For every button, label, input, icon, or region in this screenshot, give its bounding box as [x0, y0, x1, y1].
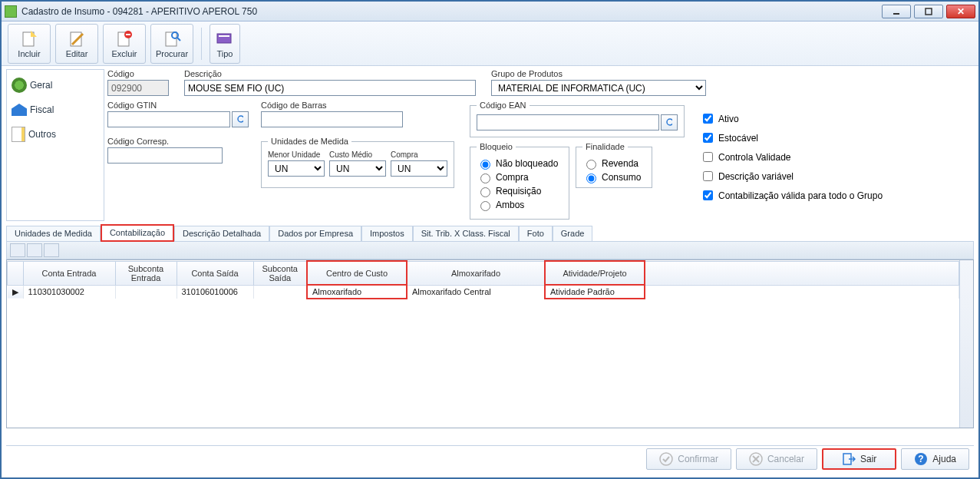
- descricao-input[interactable]: [184, 80, 476, 96]
- bloq-req-label: Requisição: [496, 186, 541, 197]
- grid-tool-2[interactable]: [27, 243, 42, 257]
- bloq-compra-radio[interactable]: [480, 173, 490, 183]
- gtin-input[interactable]: [107, 111, 230, 127]
- cell-conta-entrada[interactable]: 110301030002: [23, 285, 115, 299]
- cell-conta-saida[interactable]: 310106010006: [177, 285, 253, 299]
- contabilizacao-grid: Conta Entrada Subconta Entrada Conta Saí…: [6, 259, 974, 428]
- bloq-req-radio[interactable]: [480, 187, 490, 197]
- gtin-search-button[interactable]: [232, 111, 249, 127]
- tab-foto[interactable]: Foto: [519, 226, 553, 241]
- descvar-checkbox[interactable]: [703, 171, 713, 181]
- contgrupo-checkbox[interactable]: [703, 190, 713, 200]
- grid-tool-1[interactable]: [10, 243, 25, 257]
- grid-tool-3[interactable]: [44, 243, 59, 257]
- corresp-label: Código Corresp.: [107, 137, 223, 146]
- fin-revenda-radio[interactable]: [586, 160, 596, 170]
- col-sub-saida[interactable]: Subconta Saída: [253, 261, 307, 285]
- excluir-button[interactable]: Excluir: [103, 24, 146, 64]
- exit-icon: [842, 452, 856, 466]
- maximize-button[interactable]: [914, 5, 943, 18]
- ean-legend: Código EAN: [477, 101, 530, 110]
- minimize-button[interactable]: [882, 5, 911, 18]
- estocavel-label: Estocável: [718, 133, 758, 144]
- unidades-fieldset: Unidades de Medida Menor Unidade UN Cust…: [261, 137, 454, 188]
- sidebar-geral-label: Geral: [30, 80, 52, 91]
- col-atividade[interactable]: Atividade/Projeto: [545, 261, 645, 285]
- bloq-ambos-radio[interactable]: [480, 201, 490, 211]
- toolbar: Incluir Editar Excluir Procurar Tipo: [2, 21, 978, 66]
- col-centro-custo[interactable]: Centro de Custo: [307, 261, 407, 285]
- category-sidebar: Geral Fiscal Outros: [6, 69, 104, 221]
- sidebar-item-geral[interactable]: Geral: [10, 76, 101, 94]
- grid-toolbar: [6, 241, 974, 259]
- sair-button[interactable]: Sair: [822, 448, 896, 470]
- fin-revenda-label: Revenda: [602, 158, 638, 169]
- corresp-input[interactable]: [107, 147, 223, 164]
- procurar-button[interactable]: Procurar: [150, 24, 193, 64]
- confirmar-button: Confirmar: [646, 448, 731, 470]
- finalidade-legend: Finalidade: [582, 142, 628, 151]
- cell-atividade[interactable]: Atividade Padrão: [545, 285, 645, 299]
- fin-consumo-label: Consumo: [602, 172, 641, 183]
- close-button[interactable]: ✕: [946, 5, 975, 18]
- ean-fieldset: Código EAN: [470, 101, 685, 137]
- tab-dados[interactable]: Dados por Empresa: [269, 226, 361, 241]
- editar-button[interactable]: Editar: [55, 24, 98, 64]
- ajuda-button[interactable]: ? Ajuda: [901, 448, 969, 470]
- table-row[interactable]: ▶ 110301030002 310106010006 Almoxarifado…: [8, 285, 959, 299]
- cell-almoxarifado[interactable]: Almoxarifado Central: [407, 285, 545, 299]
- sidebar-item-outros[interactable]: Outros: [10, 125, 101, 144]
- fin-consumo-radio[interactable]: [586, 173, 596, 183]
- bloq-nao-radio[interactable]: [480, 160, 490, 170]
- tab-unidades[interactable]: Unidades de Medida: [6, 226, 101, 241]
- incluir-button[interactable]: Incluir: [8, 24, 51, 64]
- compra-label: Compra: [391, 150, 447, 159]
- row-indicator: ▶: [8, 285, 24, 299]
- tab-sittrib[interactable]: Sit. Trib. X Class. Fiscal: [413, 226, 519, 241]
- search-icon: [237, 115, 243, 124]
- cell-centro-custo[interactable]: Almoxarifado: [307, 285, 407, 299]
- edit-icon: [68, 29, 86, 48]
- estocavel-checkbox[interactable]: [703, 133, 713, 143]
- titlebar: Cadastro de Insumo - 094281 - APERITIVO …: [2, 2, 978, 21]
- cell-sub-saida[interactable]: [253, 285, 307, 299]
- row-indicator-header: [8, 261, 24, 285]
- compra-select[interactable]: UN: [391, 160, 447, 177]
- procurar-label: Procurar: [156, 49, 188, 58]
- codigo-input: [107, 80, 169, 96]
- document-icon: [12, 127, 25, 142]
- barras-label: Código de Barras: [261, 101, 403, 110]
- tab-impostos[interactable]: Impostos: [361, 226, 413, 241]
- tipo-button[interactable]: Tipo: [210, 24, 240, 64]
- col-conta-entrada[interactable]: Conta Entrada: [23, 261, 115, 285]
- bloqueio-fieldset: Bloqueio Não bloqueado Compra Requisição…: [470, 142, 569, 220]
- tab-contabilizacao[interactable]: Contabilização: [101, 224, 174, 242]
- grupo-select[interactable]: MATERIAL DE INFORMATICA (UC): [491, 80, 706, 96]
- bloq-compra-label: Compra: [496, 172, 529, 183]
- tab-grade[interactable]: Grade: [553, 226, 593, 241]
- contgrupo-label: Contabilização válida para todo o Grupo: [718, 190, 883, 201]
- toolbar-separator: [201, 28, 202, 60]
- barras-input[interactable]: [261, 111, 403, 127]
- finalidade-fieldset: Finalidade Revenda Consumo: [576, 142, 652, 188]
- custo-select[interactable]: UN: [329, 160, 386, 177]
- col-almoxarifado[interactable]: Almoxarifado: [407, 261, 545, 285]
- col-sub-entrada[interactable]: Subconta Entrada: [115, 261, 177, 285]
- globe-icon: [12, 78, 27, 93]
- col-conta-saida[interactable]: Conta Saída: [177, 261, 253, 285]
- ativo-checkbox[interactable]: [703, 114, 713, 124]
- grid-scrollbar[interactable]: [959, 260, 973, 428]
- tab-descricao[interactable]: Descrição Detalhada: [174, 226, 269, 241]
- bloq-nao-label: Não bloqueado: [496, 158, 558, 169]
- ajuda-label: Ajuda: [932, 454, 956, 464]
- sidebar-item-fiscal[interactable]: Fiscal: [10, 102, 101, 117]
- ean-search-button[interactable]: [661, 114, 678, 130]
- svg-rect-8: [166, 32, 177, 46]
- svg-rect-12: [219, 35, 229, 37]
- search-icon: [163, 29, 181, 48]
- ean-input[interactable]: [477, 114, 659, 130]
- menor-select[interactable]: UN: [268, 160, 325, 177]
- cell-sub-entrada[interactable]: [115, 285, 177, 299]
- validade-checkbox[interactable]: [703, 152, 713, 162]
- svg-point-13: [238, 116, 243, 122]
